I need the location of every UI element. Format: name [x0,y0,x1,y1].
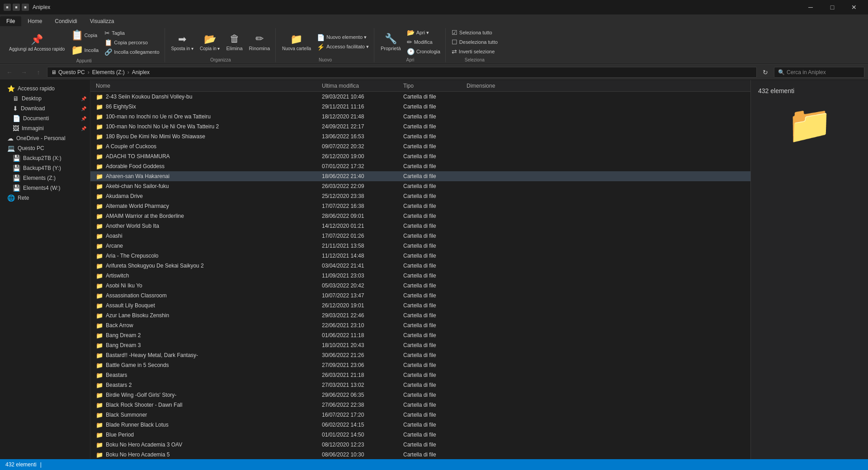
table-row[interactable]: 📁 Alternate World Pharmacy 17/07/2022 16… [90,201,750,211]
table-row[interactable]: 📁 Aria - The Crepuscolo 11/12/2021 14:48… [90,251,750,261]
incollacollegamento-button[interactable]: 🔗 Incolla collegamento [102,47,161,56]
nuovacartella-button[interactable]: 📁 Nuova cartella [279,32,314,53]
table-row[interactable]: 📁 Boku No Hero Academia 3 OAV 08/12/2020… [90,440,750,450]
file-date-25: 18/10/2021 20:43 [318,342,400,348]
table-row[interactable]: 📁 Artiswitch 11/09/2021 23:03 Cartella d… [90,271,750,281]
tab-file[interactable]: File [0,16,21,26]
col-header-size[interactable]: Dimensione [463,83,517,89]
col-header-type[interactable]: Tipo [400,83,463,89]
table-row[interactable]: 📁 Akebi-chan No Sailor-fuku 26/03/2022 2… [90,181,750,191]
table-row[interactable]: 📁 Battle Game in 5 Seconds 27/09/2021 23… [90,360,750,370]
sidebar-drive-w[interactable]: 💾 Elements4 (W:) [0,183,90,193]
search-box[interactable]: 🔍 Cerca in Aniplex [774,67,864,78]
table-row[interactable]: 📁 Back Arrow 22/06/2021 23:10 Cartella d… [90,320,750,330]
table-row[interactable]: 📁 Bastard!! -Heavy Metal, Dark Fantasy- … [90,350,750,360]
table-row[interactable]: 📁 Asobi Ni Iku Yo 05/03/2022 20:42 Carte… [90,281,750,291]
sidebar-drive-x[interactable]: 💾 Backup2TB (X:) [0,153,90,163]
table-row[interactable]: 📁 Bang Dream 2 01/06/2022 11:18 Cartella… [90,330,750,340]
refresh-button[interactable]: ↻ [760,66,771,78]
table-row[interactable]: 📁 180 Byou De Kimi No Mimi Wo Shiawase 1… [90,132,750,141]
copiapercorso-button[interactable]: 📋 Copia percorso [102,38,161,47]
forward-button[interactable]: → [18,66,30,78]
table-row[interactable]: 📁 Arifureta Shokugyou De Sekai Saikyou 2… [90,261,750,271]
quickaccess-label: Accesso rapido [18,85,55,92]
sidebar-item-thispc[interactable]: 💻 Questo PC [0,143,90,153]
table-row[interactable]: 📁 Blade Runner Black Lotus 06/02/2022 14… [90,420,750,430]
tab-condividi[interactable]: Condividi [48,16,83,26]
table-row[interactable]: 📁 Another World Sub Ita 14/12/2020 01:21… [90,221,750,231]
table-row[interactable]: 📁 A Couple of Cuckoos 09/07/2022 20:32 C… [90,141,750,151]
tab-visualizza[interactable]: Visualizza [84,16,121,26]
table-row[interactable]: 📁 Beastars 26/03/2021 21:18 Cartella di … [90,370,750,380]
close-button[interactable]: ✕ [844,0,864,14]
selezionatutto-button[interactable]: ☑ Seleziona tutto [449,28,500,37]
col-header-date[interactable]: Ultima modifica [318,83,400,89]
file-name-7: 📁 Adorable Food Goddess [92,163,318,170]
table-row[interactable]: 📁 Blue Period 01/01/2022 14:50 Cartella … [90,430,750,440]
sidebar-drive-z[interactable]: 💾 Elements (Z:) [0,173,90,183]
table-row[interactable]: 📁 Adorable Food Goddess 07/01/2022 17:32… [90,161,750,171]
invertiselezione-button[interactable]: ⇄ Inverti selezione [449,47,500,56]
elimina-button[interactable]: 🗑 Elimina [223,31,245,53]
file-type-8: Cartella di file [400,173,463,179]
cronologia-button[interactable]: 🕐 Cronologia [405,47,443,56]
table-row[interactable]: 📁 Black Rock Shooter - Dawn Fall 27/06/2… [90,400,750,410]
copia-button[interactable]: 📋 Copia [68,28,101,42]
modifica-button[interactable]: ✏ Modifica [405,38,443,47]
apri-button[interactable]: 📂 Apri ▾ [405,28,443,37]
address-path[interactable]: 🖥 Questo PC › Elements (Z:) › Aniplex [47,67,757,78]
table-row[interactable]: 📁 Beastars 2 27/03/2021 13:02 Cartella d… [90,380,750,390]
file-name-10: 📁 Akudama Drive [92,193,318,200]
file-date-27: 27/09/2021 23:06 [318,362,400,368]
table-row[interactable]: 📁 86 EightySix 29/11/2021 11:16 Cartella… [90,102,750,112]
properties-icon: 🔧 [385,33,397,45]
table-row[interactable]: 📁 Assault Lily Bouquet 26/12/2020 19:01 … [90,301,750,310]
table-row[interactable]: 📁 Azur Lane Bisoku Zenshin 29/03/2021 22… [90,310,750,320]
sidebar-item-rete[interactable]: 🌐 Rete [0,193,90,203]
copiain-button[interactable]: 📂 Copia in ▾ [197,32,222,53]
folder-icon: 📁 [96,362,103,369]
table-row[interactable]: 📁 Akudama Drive 25/12/2020 23:38 Cartell… [90,191,750,201]
sidebar-item-desktop[interactable]: 🖥 Desktop 📌 [0,94,90,103]
table-row[interactable]: 📁 Black Summoner 16/07/2022 17:20 Cartel… [90,410,750,420]
table-row[interactable]: 📁 Aharen-san Wa Hakarenai 18/06/2022 21:… [90,171,750,181]
up-button[interactable]: ↑ [33,66,44,78]
sidebar-item-quickaccess[interactable]: ⭐ Accesso rapido [0,84,90,94]
col-header-name[interactable]: Nome [92,83,318,89]
tab-home[interactable]: Home [21,16,48,26]
sidebar-item-documenti[interactable]: 📄 Documenti 📌 [0,113,90,123]
accessofacilitato-button[interactable]: ⚡ Accesso facilitato ▾ [315,42,371,52]
file-type-34: Cartella di file [400,432,463,438]
spostain-button[interactable]: ➡ Sposta in ▾ [169,32,196,53]
table-row[interactable]: 📁 100-man no Inochi no Ue ni Ore wa Tatt… [90,112,750,122]
table-row[interactable]: 📁 Assassination Classroom 10/07/2022 13:… [90,291,750,301]
table-row[interactable]: 📁 ADACHI TO SHIMAMURA 26/12/2020 19:00 C… [90,151,750,161]
rinomina-button[interactable]: ✏ Rinomina [246,31,273,53]
table-row[interactable]: 📁 100-man No Inochi No Ue Ni Ore Wa Tatt… [90,122,750,132]
aggiungi-accesso-button[interactable]: 📌 Aggiungi ad Accesso rapido [6,32,67,53]
sidebar-item-download[interactable]: ⬇ Download 📌 [0,103,90,113]
sidebar-item-immagini[interactable]: 🖼 Immagini 📌 [0,123,90,133]
deselezionatutto-button[interactable]: ☐ Deseleziona tutto [449,38,500,47]
maximize-button[interactable]: □ [822,0,843,14]
table-row[interactable]: 📁 Boku No Hero Academia 5 08/06/2022 10:… [90,450,750,459]
download-icon: ⬇ [13,105,18,112]
table-row[interactable]: 📁 AMAIM Warrior at the Borderline 28/06/… [90,211,750,221]
file-date-16: 11/12/2021 14:48 [318,253,400,259]
table-row[interactable]: 📁 2-43 Seiin Koukou Danshi Volley-bu 29/… [90,92,750,102]
sidebar-drive-y[interactable]: 💾 Backup4TB (Y:) [0,163,90,173]
file-date-3: 24/09/2021 22:17 [318,123,400,130]
proprieta-button[interactable]: 🔧 Proprietà [378,31,404,53]
minimize-button[interactable]: ─ [800,0,821,14]
incolla-button[interactable]: 📁 Incolla [68,43,101,57]
table-row[interactable]: 📁 Birdie Wing -Golf Girls' Story- 29/06/… [90,390,750,400]
folder-icon: 📁 [96,203,103,210]
table-row[interactable]: 📁 Arcane 21/11/2021 13:58 Cartella di fi… [90,241,750,251]
nuovoelemento-button[interactable]: 📄 Nuovo elemento ▾ [315,33,371,42]
table-row[interactable]: 📁 Aoashi 17/07/2022 01:26 Cartella di fi… [90,231,750,241]
table-row[interactable]: 📁 Bang Dream 3 18/10/2021 20:43 Cartella… [90,340,750,350]
file-name-6: 📁 ADACHI TO SHIMAMURA [92,153,318,160]
back-button[interactable]: ← [4,66,15,78]
sidebar-item-onedrive[interactable]: ☁ OneDrive - Personal [0,133,90,143]
taglia-button[interactable]: ✂ Taglia [102,28,161,38]
